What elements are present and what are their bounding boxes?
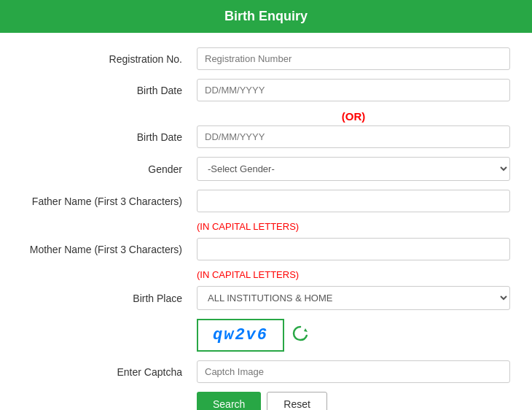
captcha-image-row: qw2v6 xyxy=(22,319,510,352)
birth-place-label: Birth Place xyxy=(22,293,197,304)
mother-name-label: Mother Name (First 3 Characters) xyxy=(22,244,197,255)
mother-name-row: Mother Name (First 3 Characters) xyxy=(22,238,510,260)
father-capital-row: (IN CAPITAL LETTERS) xyxy=(22,221,510,232)
or-row: (OR) xyxy=(197,110,510,123)
registration-input[interactable] xyxy=(197,47,510,70)
form-container: Registration No. Birth Date (OR) Birth D… xyxy=(0,33,532,410)
captcha-image-display: qw2v6 xyxy=(197,319,284,352)
page-header: Birth Enquiry xyxy=(0,0,532,33)
captcha-input[interactable] xyxy=(197,360,510,383)
mother-capital-text: (IN CAPITAL LETTERS) xyxy=(197,269,299,280)
father-capital-text: (IN CAPITAL LETTERS) xyxy=(197,221,299,232)
button-row: Search Reset xyxy=(22,392,510,410)
birth-place-select[interactable]: ALL INSTITUTIONS & HOME Hospital Home xyxy=(197,286,510,310)
reset-button[interactable]: Reset xyxy=(267,392,327,410)
mother-name-input[interactable] xyxy=(197,238,510,260)
gender-row: Gender -Select Gender- Male Female Other xyxy=(22,157,510,181)
search-button[interactable]: Search xyxy=(197,392,261,410)
birth-date-label-2: Birth Date xyxy=(22,131,197,143)
birth-date-row-2: Birth Date xyxy=(22,125,510,148)
father-capital-spacer xyxy=(22,221,197,232)
captcha-input-row: Enter Captcha xyxy=(22,360,510,383)
page-title: Birth Enquiry xyxy=(224,9,308,23)
father-name-label: Father Name (First 3 Characters) xyxy=(22,196,197,207)
birth-date-label-1: Birth Date xyxy=(22,85,197,96)
birth-date-row-1: Birth Date xyxy=(22,79,510,101)
birth-place-row: Birth Place ALL INSTITUTIONS & HOME Hosp… xyxy=(22,286,510,310)
captcha-refresh-button[interactable] xyxy=(290,323,310,348)
father-name-row: Father Name (First 3 Characters) xyxy=(22,190,510,212)
birth-date-input-2[interactable] xyxy=(197,125,510,148)
gender-select[interactable]: -Select Gender- Male Female Other xyxy=(197,157,510,181)
or-text: (OR) xyxy=(342,110,366,123)
gender-label: Gender xyxy=(22,163,197,175)
svg-marker-0 xyxy=(304,328,308,332)
birth-date-input-1[interactable] xyxy=(197,79,510,101)
registration-label: Registration No. xyxy=(22,53,197,65)
father-name-input[interactable] xyxy=(197,190,510,212)
mother-capital-row: (IN CAPITAL LETTERS) xyxy=(22,269,510,280)
registration-row: Registration No. xyxy=(22,47,510,70)
mother-capital-spacer xyxy=(22,269,197,280)
captcha-label: Enter Captcha xyxy=(22,366,197,378)
page-wrapper: Birth Enquiry Registration No. Birth Dat… xyxy=(0,0,532,410)
